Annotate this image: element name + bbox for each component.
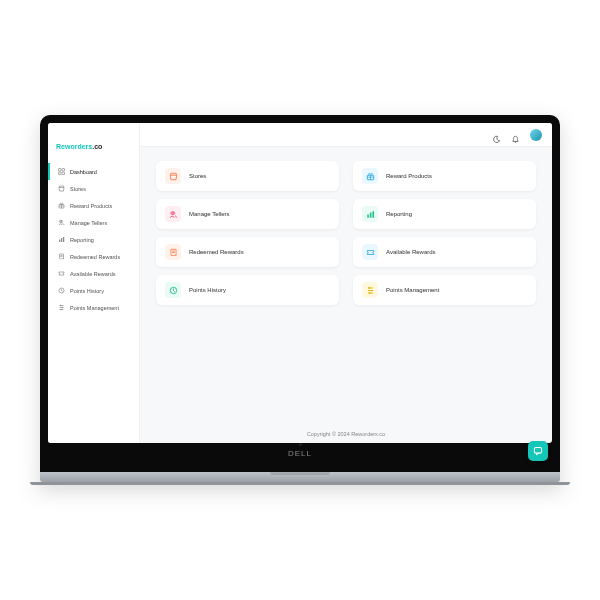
card-points-management[interactable]: Points Management	[353, 275, 536, 305]
grid-icon	[58, 168, 65, 175]
card-label: Stores	[189, 173, 206, 179]
receipt-icon	[58, 253, 65, 260]
sidebar-item-reward-products[interactable]: Reward Products	[48, 197, 139, 214]
history-icon	[165, 282, 181, 298]
sidebar-item-points-history[interactable]: Points History	[48, 282, 139, 299]
ticket-icon	[58, 270, 65, 277]
chart-icon	[362, 206, 378, 222]
sliders-icon	[58, 304, 65, 311]
gift-icon	[58, 202, 65, 209]
card-reward-products[interactable]: Reward Products	[353, 161, 536, 191]
sidebar-item-dashboard[interactable]: Dashboard	[48, 163, 139, 180]
sliders-icon	[362, 282, 378, 298]
sidebar-item-label: Reporting	[70, 237, 94, 243]
sidebar-item-points-management[interactable]: Points Management	[48, 299, 139, 316]
ticket-icon	[362, 244, 378, 260]
app-screen: Reworders.co DashboardStoresReward Produ…	[48, 123, 552, 443]
receipt-icon	[165, 244, 181, 260]
chart-icon	[58, 236, 65, 243]
laptop-hinge	[40, 472, 560, 482]
users-icon	[58, 219, 65, 226]
app-root: Reworders.co DashboardStoresReward Produ…	[48, 123, 552, 443]
main-area: StoresReward ProductsManage TellersRepor…	[140, 123, 552, 443]
sidebar-item-label: Reward Products	[70, 203, 112, 209]
brand-part1: Reworders	[56, 143, 92, 150]
brand-part2: .co	[92, 143, 102, 150]
users-icon	[165, 206, 181, 222]
sidebar-item-label: Redeemed Rewards	[70, 254, 120, 260]
sidebar-item-label: Dashboard	[70, 169, 97, 175]
card-points-history[interactable]: Points History	[156, 275, 339, 305]
card-label: Manage Tellers	[189, 211, 230, 217]
sidebar-item-available-rewards[interactable]: Available Rewards	[48, 265, 139, 282]
sidebar-item-label: Points Management	[70, 305, 119, 311]
notifications-icon[interactable]	[511, 130, 520, 139]
card-manage-tellers[interactable]: Manage Tellers	[156, 199, 339, 229]
sidebar-item-label: Stores	[70, 186, 86, 192]
avatar[interactable]	[530, 129, 542, 141]
store-icon	[165, 168, 181, 184]
card-label: Points Management	[386, 287, 439, 293]
sidebar-item-label: Manage Tellers	[70, 220, 107, 226]
device-brand: DELL	[48, 449, 552, 458]
card-label: Reward Products	[386, 173, 432, 179]
card-stores[interactable]: Stores	[156, 161, 339, 191]
laptop-frame: Reworders.co DashboardStoresReward Produ…	[40, 115, 560, 485]
card-redeemed-rewards[interactable]: Redeemed Rewards	[156, 237, 339, 267]
sidebar-item-stores[interactable]: Stores	[48, 180, 139, 197]
sidebar-item-label: Available Rewards	[70, 271, 115, 277]
store-icon	[58, 185, 65, 192]
card-label: Redeemed Rewards	[189, 249, 244, 255]
webcam-dot	[299, 443, 302, 446]
sidebar-item-manage-tellers[interactable]: Manage Tellers	[48, 214, 139, 231]
theme-toggle-icon[interactable]	[492, 130, 501, 139]
card-label: Available Rewards	[386, 249, 436, 255]
card-label: Reporting	[386, 211, 412, 217]
card-label: Points History	[189, 287, 226, 293]
sidebar-item-redeemed-rewards[interactable]: Redeemed Rewards	[48, 248, 139, 265]
laptop-base	[30, 482, 570, 485]
dashboard-content: StoresReward ProductsManage TellersRepor…	[140, 147, 552, 425]
card-reporting[interactable]: Reporting	[353, 199, 536, 229]
gift-icon	[362, 168, 378, 184]
dashboard-grid: StoresReward ProductsManage TellersRepor…	[156, 161, 536, 305]
history-icon	[58, 287, 65, 294]
chat-fab[interactable]	[528, 441, 548, 443]
footer-copyright: Copyright © 2024 Reworders.co	[140, 425, 552, 443]
laptop-lid: Reworders.co DashboardStoresReward Produ…	[40, 115, 560, 472]
sidebar-item-reporting[interactable]: Reporting	[48, 231, 139, 248]
sidebar: Reworders.co DashboardStoresReward Produ…	[48, 123, 140, 443]
topbar	[140, 123, 552, 147]
brand-logo[interactable]: Reworders.co	[48, 131, 139, 161]
card-available-rewards[interactable]: Available Rewards	[353, 237, 536, 267]
sidebar-item-label: Points History	[70, 288, 104, 294]
